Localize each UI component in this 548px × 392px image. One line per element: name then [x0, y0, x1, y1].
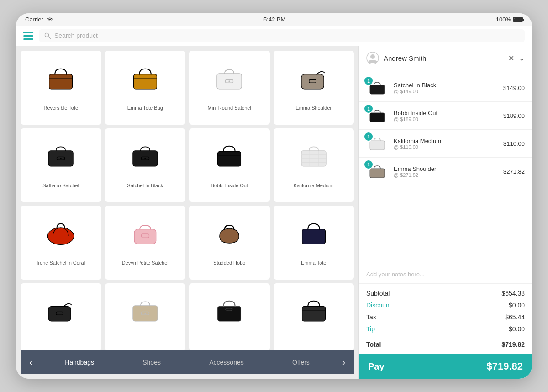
subtotal-value: $654.38 — [501, 290, 525, 297]
product-card[interactable]: Emma Tote Bag — [105, 51, 186, 125]
svg-rect-43 — [370, 141, 385, 150]
subtotal-row: Subtotal $654.38 — [366, 287, 525, 299]
order-item-price-sub: @ $110.00 — [394, 144, 498, 150]
product-image — [25, 133, 97, 179]
discount-row: Discount $0.00 — [366, 299, 525, 311]
product-card[interactable] — [189, 283, 270, 350]
tax-label: Tax — [366, 313, 376, 321]
product-card[interactable]: Devyn Petite Satchel — [105, 206, 186, 280]
order-items: 1 Satchel In Black @ $149.00 $149.00 1 B… — [359, 70, 532, 265]
product-image — [25, 210, 97, 256]
product-name: Bobbi Inside Out — [211, 182, 248, 189]
order-item: 1 Satchel In Black @ $149.00 $149.00 — [359, 74, 532, 102]
total-value: $719.82 — [501, 341, 525, 348]
product-image — [25, 55, 97, 101]
product-name: Emma Shoulder — [295, 105, 332, 111]
battery-icon — [513, 17, 523, 22]
svg-rect-2 — [49, 74, 73, 89]
nav-item-accessories[interactable]: Accessories — [204, 359, 249, 366]
qty-badge: 1 — [364, 160, 373, 169]
product-card[interactable]: Studded Hobo — [189, 206, 270, 280]
status-left: Carrier — [25, 16, 53, 23]
product-card[interactable]: Saffiano Satchel — [21, 128, 101, 202]
tip-label[interactable]: Tip — [366, 325, 375, 333]
product-name: Mini Round Satchel — [208, 105, 251, 111]
carrier-label: Carrier — [25, 16, 43, 23]
tax-row: Tax $65.44 — [366, 311, 525, 323]
search-bar[interactable]: Search product — [39, 29, 525, 42]
product-card[interactable] — [21, 283, 101, 350]
svg-rect-30 — [48, 307, 71, 321]
svg-rect-17 — [218, 152, 241, 166]
svg-rect-44 — [370, 169, 385, 178]
order-panel: Andrew Smith ✕ ⌄ 1 Satchel In Black @ $1… — [358, 46, 532, 379]
product-image — [194, 55, 265, 101]
svg-point-8 — [229, 80, 230, 82]
order-item: 1 Kalifornia Medium @ $110.00 $110.00 — [359, 130, 532, 158]
svg-point-16 — [144, 158, 146, 159]
svg-point-0 — [45, 33, 48, 37]
product-name: Kalifornia Medium — [294, 182, 334, 189]
product-image — [278, 55, 350, 101]
bottom-nav: ‹ HandbagsShoesAccessoriesOffers › — [21, 350, 354, 374]
nav-item-shoes[interactable]: Shoes — [137, 359, 166, 366]
product-image — [278, 288, 350, 334]
product-card[interactable]: Mini Round Satchel — [189, 51, 270, 125]
status-bar: Carrier 5:42 PM 100% — [16, 13, 532, 26]
product-card[interactable]: Satchel In Black — [105, 128, 186, 202]
notes-placeholder: Add your notes here... — [366, 271, 425, 278]
product-card[interactable]: Emma Shoulder — [274, 51, 354, 125]
customer-avatar-icon — [366, 52, 379, 64]
product-name: Emma Tote — [301, 260, 326, 266]
product-name: Studded Hobo — [213, 260, 245, 266]
svg-rect-37 — [302, 307, 325, 321]
order-item-price-sub: @ $189.00 — [394, 117, 498, 122]
product-image — [278, 210, 350, 256]
product-card[interactable]: Kalifornia Medium — [274, 128, 354, 202]
order-item: 1 Bobbi Inside Out @ $189.00 $189.00 — [359, 102, 532, 130]
pay-label: Pay — [368, 361, 385, 372]
order-item-name: Emma Shoulder — [394, 165, 498, 172]
menu-button[interactable] — [23, 32, 33, 40]
order-item-thumb: 1 — [366, 162, 388, 180]
subtotal-label: Subtotal — [366, 290, 390, 297]
search-icon — [44, 32, 51, 39]
product-image — [110, 288, 181, 334]
pay-button[interactable]: Pay $719.82 — [359, 354, 532, 379]
product-card[interactable]: Emma Tote — [274, 206, 354, 280]
qty-badge: 1 — [364, 77, 373, 85]
tip-row: Tip $0.00 — [366, 323, 525, 335]
product-image — [278, 133, 350, 179]
nav-item-offers[interactable]: Offers — [287, 359, 315, 366]
qty-badge: 1 — [364, 132, 373, 141]
product-name: Satchel In Black — [127, 182, 163, 189]
product-card[interactable]: Irene Satchel in Coral — [21, 206, 101, 280]
order-item-info: Satchel In Black @ $149.00 — [394, 82, 498, 94]
svg-point-13 — [60, 158, 62, 159]
product-card[interactable] — [274, 283, 354, 350]
product-grid: Reversible Tote Emma Tote Bag Mini Round… — [21, 51, 354, 350]
notes-area[interactable]: Add your notes here... — [359, 265, 532, 284]
order-item-name: Bobbi Inside Out — [394, 110, 498, 117]
nav-prev-button[interactable]: ‹ — [21, 350, 41, 374]
order-item-price: $271.82 — [503, 168, 525, 175]
discount-label[interactable]: Discount — [366, 302, 391, 309]
expand-order-button[interactable]: ⌄ — [519, 54, 525, 63]
order-header: Andrew Smith ✕ ⌄ — [359, 46, 532, 70]
product-card[interactable]: Reversible Tote — [21, 51, 101, 125]
close-order-button[interactable]: ✕ — [508, 54, 514, 63]
product-name: Reversible Tote — [43, 105, 78, 111]
battery-label: 100% — [496, 16, 511, 23]
product-card[interactable] — [105, 283, 186, 350]
nav-next-button[interactable]: › — [334, 350, 354, 374]
order-item-price-sub: @ $271.82 — [394, 172, 498, 178]
tip-value: $0.00 — [509, 325, 525, 333]
nav-item-handbags[interactable]: Handbags — [59, 359, 100, 366]
product-card[interactable]: Bobbi Inside Out — [189, 128, 270, 202]
product-image — [110, 210, 181, 256]
svg-point-34 — [144, 313, 146, 314]
order-item-price: $189.00 — [503, 112, 525, 119]
order-item-thumb: 1 — [366, 79, 388, 97]
svg-rect-9 — [301, 74, 324, 89]
status-right: 100% — [496, 16, 523, 23]
